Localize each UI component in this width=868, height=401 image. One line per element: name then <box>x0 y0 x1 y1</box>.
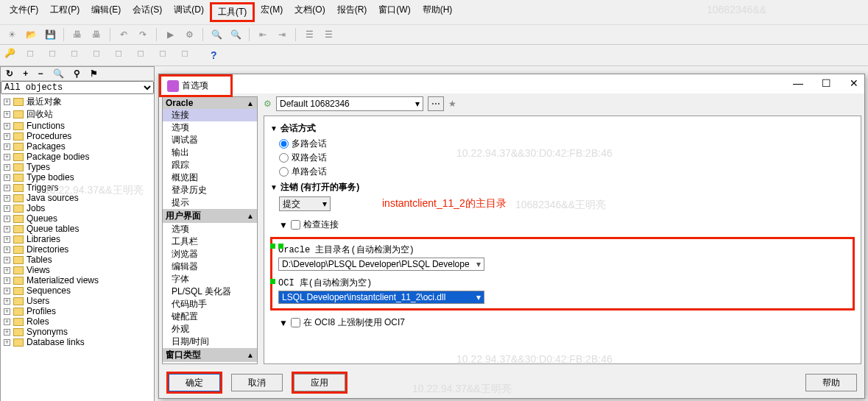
key-icon[interactable]: 🔑 <box>4 48 19 63</box>
tb2-1-icon[interactable]: ◻ <box>27 48 41 63</box>
category-item[interactable]: PL/SQL 美化器 <box>163 285 257 298</box>
tree-item[interactable]: +回收站 <box>2 108 152 121</box>
open-icon[interactable]: 📂 <box>24 27 38 42</box>
radio-multi[interactable]: 多路会话 <box>279 138 855 150</box>
undo-icon[interactable]: ↶ <box>116 27 131 42</box>
profile-browse-button[interactable]: ⋯ <box>428 96 444 111</box>
tree-item[interactable]: +Database links <box>2 337 152 347</box>
print-icon[interactable]: 🖶 <box>70 27 85 42</box>
profile-select[interactable]: Default 10682346▾ <box>276 96 423 111</box>
menu-macro[interactable]: 宏(M) <box>255 2 289 22</box>
bin-icon[interactable]: 🔍 <box>53 68 64 79</box>
print2-icon[interactable]: 🖶 <box>89 27 104 42</box>
tree-item[interactable]: +Types <box>2 162 152 172</box>
misc2-icon[interactable]: ☰ <box>321 27 336 42</box>
tb2-3-icon[interactable]: ◻ <box>71 48 85 63</box>
category-item[interactable]: 外观 <box>163 323 257 336</box>
tb2-5-icon[interactable]: ◻ <box>115 48 130 63</box>
category-header[interactable]: 窗口类型▲ <box>163 348 257 362</box>
category-item[interactable]: 编辑器 <box>163 260 257 273</box>
flag-icon[interactable]: ⚑ <box>90 68 98 79</box>
radio-dual[interactable]: 双路会话 <box>279 152 855 164</box>
tree-item[interactable]: +Package bodies <box>2 152 152 162</box>
tree-item[interactable]: +Profiles <box>2 306 152 316</box>
category-item[interactable]: 登录历史 <box>163 184 257 196</box>
tb2-4-icon[interactable]: ◻ <box>93 48 107 63</box>
menu-project[interactable]: 工程(P) <box>44 2 85 22</box>
category-item[interactable]: 程序窗口 <box>163 362 257 364</box>
minimize-icon[interactable]: — <box>791 77 805 89</box>
category-item[interactable]: 连接 <box>163 109 257 121</box>
tree-item[interactable]: +Synonyms <box>2 327 152 337</box>
category-item[interactable]: 调试器 <box>163 134 257 146</box>
maximize-icon[interactable]: ☐ <box>819 77 833 89</box>
tb2-7-icon[interactable]: ◻ <box>159 48 174 63</box>
category-item[interactable]: 字体 <box>163 273 257 285</box>
category-item[interactable]: 跟踪 <box>163 159 257 171</box>
help-button[interactable]: 帮助 <box>805 374 857 391</box>
cancel-button[interactable]: 取消 <box>231 374 283 391</box>
star-icon[interactable]: ★ <box>448 99 456 109</box>
oracle-home-input[interactable]: D:\Develop\PLSQL Developer\PLSQL Develop… <box>278 258 484 271</box>
menu-debug[interactable]: 调试(D) <box>168 2 210 22</box>
find2-icon[interactable]: 🔍 <box>228 27 243 42</box>
category-item[interactable]: 概览图 <box>163 171 257 184</box>
help-icon[interactable]: ? <box>211 49 217 61</box>
menu-report[interactable]: 报告(R) <box>331 2 373 22</box>
tree-item[interactable]: +Roles <box>2 316 152 327</box>
save-icon[interactable]: 💾 <box>43 27 57 42</box>
misc-icon[interactable]: ☰ <box>302 27 317 42</box>
plus-icon[interactable]: + <box>23 68 28 79</box>
menu-session[interactable]: 会话(S) <box>127 2 168 22</box>
tree-item[interactable]: +Queue tables <box>2 224 152 234</box>
category-header[interactable]: 用户界面▲ <box>163 209 257 223</box>
category-item[interactable]: 工具栏 <box>163 235 257 248</box>
oci-lib-input[interactable]: LSQL Developer\instantclient_11_2\oci.dl… <box>278 291 484 304</box>
tree-item[interactable]: +Triggers <box>2 182 152 193</box>
category-item[interactable]: 键配置 <box>163 310 257 323</box>
category-item[interactable]: 浏览器 <box>163 248 257 260</box>
tree-item[interactable]: +Users <box>2 296 152 306</box>
minus-icon[interactable]: − <box>38 68 43 79</box>
menu-tools[interactable]: 工具(T) <box>210 2 255 22</box>
tb2-8-icon[interactable]: ◻ <box>181 48 196 63</box>
refresh-icon[interactable]: ↻ <box>6 68 13 79</box>
tree-item[interactable]: +Type bodies <box>2 172 152 182</box>
close-icon[interactable]: ✕ <box>847 77 861 89</box>
indent-icon[interactable]: ⇤ <box>255 27 270 42</box>
tree-item[interactable]: +Queues <box>2 213 152 224</box>
tree-item[interactable]: +Java sources <box>2 193 152 203</box>
tree-item[interactable]: +Views <box>2 265 152 275</box>
tree-item[interactable]: +Functions <box>2 121 152 131</box>
category-item[interactable]: 选项 <box>163 121 257 134</box>
tb2-6-icon[interactable]: ◻ <box>137 48 152 63</box>
menu-edit[interactable]: 编辑(E) <box>85 2 127 22</box>
force-oci7-check[interactable]: ▼ 在 OCI8 上强制使用 OCI7 <box>279 316 855 329</box>
tree-item[interactable]: +Procedures <box>2 131 152 141</box>
category-item[interactable]: 提示 <box>163 196 257 209</box>
tree-item[interactable]: +Sequences <box>2 285 152 296</box>
menu-file[interactable]: 文件(F) <box>4 2 44 22</box>
radio-single[interactable]: 单路会话 <box>279 166 855 178</box>
ok-button[interactable]: 确定 <box>169 374 220 391</box>
run-icon[interactable]: ▶ <box>163 27 177 42</box>
tree-item[interactable]: +Tables <box>2 255 152 265</box>
category-header[interactable]: Oracle▲ <box>163 97 257 109</box>
tree-item[interactable]: +最近对象 <box>2 96 152 108</box>
redo-icon[interactable]: ↷ <box>135 27 150 42</box>
tree-item[interactable]: +Packages <box>2 141 152 152</box>
category-item[interactable]: 选项 <box>163 223 257 235</box>
tree-item[interactable]: +Libraries <box>2 234 152 244</box>
check-connection[interactable]: ▼ 检查连接 <box>279 219 855 231</box>
tree-item[interactable]: +Directories <box>2 244 152 255</box>
tb2-2-icon[interactable]: ◻ <box>49 48 63 63</box>
new-icon[interactable]: ☀ <box>4 27 19 42</box>
tool-icon[interactable]: ⚲ <box>74 68 80 79</box>
menu-document[interactable]: 文档(O) <box>289 2 331 22</box>
category-item[interactable]: 输出 <box>163 146 257 159</box>
menu-window[interactable]: 窗口(W) <box>373 2 416 22</box>
category-panel[interactable]: Oracle▲连接选项调试器输出跟踪概览图登录历史提示用户界面▲选项工具栏浏览器… <box>162 96 258 364</box>
object-filter-select[interactable]: All objects <box>1 81 154 94</box>
tree-item[interactable]: +Materialized views <box>2 275 152 285</box>
find-icon[interactable]: 🔍 <box>209 27 224 42</box>
